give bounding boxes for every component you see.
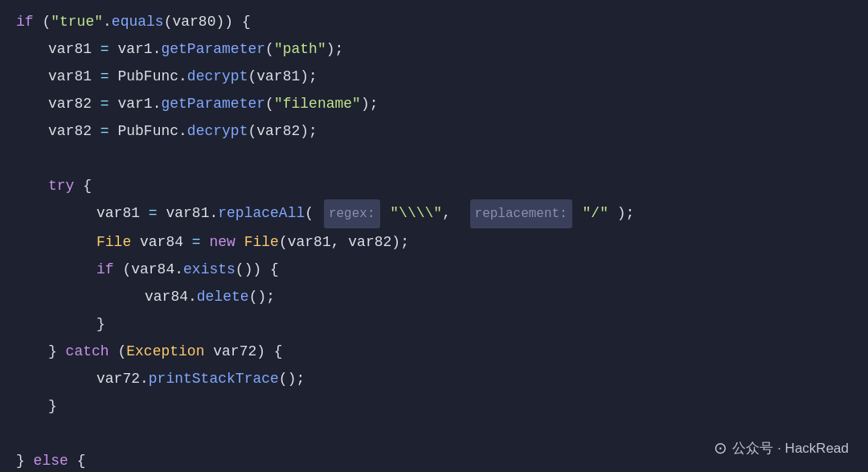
code-line-7: var81 = var81. replaceAll ( regex: "\\\\… — [0, 199, 868, 228]
code-line-9: if (var84. exists ()) { — [0, 256, 868, 283]
code-line-5: var82 = PubFunc. decrypt (var82); — [0, 117, 868, 145]
watermark-text: 公众号 · HackRead — [732, 439, 849, 458]
watermark: ⊙ 公众号 · HackRead — [714, 438, 849, 458]
code-line-3: var81 = PubFunc. decrypt (var81); — [0, 63, 868, 90]
code-line-8: File var84 = new File (var81, var82); — [0, 228, 868, 256]
method-equals: equals — [112, 8, 164, 35]
param-hint-replacement: replacement: — [470, 199, 572, 228]
code-container: if ( "true" . equals ( var80 )) { var81 … — [0, 0, 868, 472]
code-line-14: } — [0, 392, 868, 420]
code-line-1: if ( "true" . equals ( var80 )) { — [0, 8, 868, 35]
keyword-if: if — [16, 8, 34, 35]
string-true: "true" — [51, 8, 103, 35]
code-line-12: } catch ( Exception var72) { — [0, 338, 868, 365]
wechat-icon: ⊙ — [714, 438, 727, 458]
param-hint-regex: regex: — [324, 199, 380, 228]
code-line-try: try { — [0, 172, 868, 199]
code-line-4: var82 = var1. getParameter ( "filename" … — [0, 90, 868, 117]
keyword-try: try — [48, 172, 74, 199]
code-line-2: var81 = var1. getParameter ( "path" ); — [0, 35, 868, 63]
var-var80: var80 — [172, 8, 215, 35]
code-line-11: } — [0, 310, 868, 338]
code-line-10: var84. delete (); — [0, 283, 868, 310]
code-line-13: var72. printStackTrace (); — [0, 365, 868, 392]
code-line-empty — [0, 145, 868, 172]
